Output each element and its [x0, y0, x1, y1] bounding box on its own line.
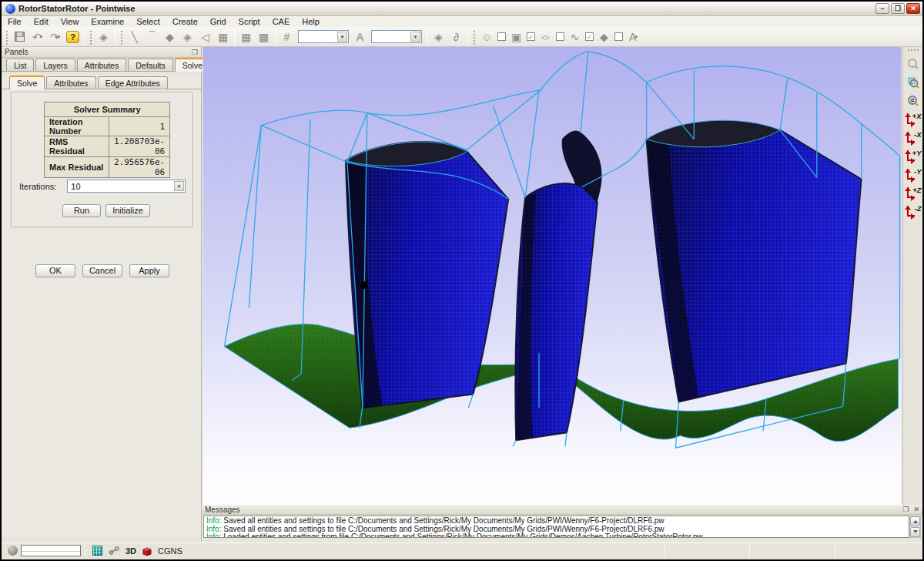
undo-icon[interactable]: ↶▾ [28, 29, 46, 45]
ok-button[interactable]: OK [35, 264, 75, 277]
derivative-icon[interactable]: ∂ [447, 29, 465, 45]
mask-checkbox[interactable] [497, 32, 506, 41]
save-icon[interactable] [11, 29, 28, 45]
solver-summary-table: Solver Summary Iteration Number 1 RMS Re… [44, 102, 170, 178]
messages-float-icon[interactable]: ❐ [902, 506, 909, 513]
menu-bar: File Edit View Examine Select Create Gri… [2, 16, 922, 27]
scroll-down-icon[interactable] [910, 527, 920, 537]
menu-create[interactable]: Create [166, 16, 204, 27]
block-display-checkbox[interactable]: ✓ [527, 32, 535, 41]
messages-title-bar: Messages ❐ ✕ [202, 505, 922, 515]
minimize-button[interactable]: – [875, 3, 889, 14]
cae-cube-icon [142, 546, 152, 556]
messages-log[interactable]: Info: Saved all entities and settings to… [203, 516, 909, 538]
combo-arrow-icon[interactable]: ▾ [337, 32, 347, 42]
dimension-count-icon[interactable]: # [278, 29, 296, 45]
toolbar-grip[interactable] [119, 29, 123, 45]
view-plus-x-button[interactable]: +X [905, 111, 922, 129]
toolbar-grip[interactable] [5, 29, 8, 45]
connector-display-checkbox[interactable]: ✓ [585, 32, 594, 41]
menu-help[interactable]: Help [296, 16, 326, 27]
help-icon[interactable]: ? [64, 29, 82, 45]
menu-edit[interactable]: Edit [28, 16, 55, 27]
connector-link-icon [109, 546, 120, 556]
log-line: Info: Loaded entities and settings from … [206, 533, 909, 538]
dimension-count-combo[interactable]: ▾ [298, 30, 349, 43]
toolbar-grip[interactable] [907, 49, 919, 52]
messages-scrollbar[interactable] [909, 516, 921, 538]
zoom-icon[interactable] [905, 55, 922, 72]
zoom-box-icon[interactable] [905, 74, 922, 91]
subtab-edge-attributes[interactable]: Edge Attributes [98, 76, 168, 89]
meshed-surface-icon[interactable]: ◈ [179, 29, 196, 45]
domain-display-checkbox[interactable] [556, 32, 564, 41]
view-plus-y-button[interactable]: +Y [905, 148, 922, 166]
main-toolbar: ↶▾ ↷▾ ? ◈ ╲ ⌒ ◆ ◈ ◁ ▦ ▦ ▩ # ▾ A ▾ ◈ ∂ ☺ … [2, 27, 922, 47]
messages-close-icon[interactable]: ✕ [913, 506, 919, 513]
grid-entity-icon [92, 546, 102, 556]
surface-icon[interactable]: ◆ [161, 29, 179, 45]
unstructured-grid-icon[interactable]: ▩ [255, 29, 273, 45]
two-point-curve-icon[interactable]: ╲ [126, 29, 143, 45]
project-icon[interactable]: ◈ [430, 29, 447, 45]
subtab-attributes[interactable]: Attributes [46, 76, 95, 89]
cae-solver-label: CGNS [158, 546, 182, 556]
tab-defaults[interactable]: Defaults [128, 59, 173, 71]
structured-grid-icon[interactable]: ▦ [237, 29, 255, 45]
messages-panel: Messages ❐ ✕ Info: Saved all entities an… [202, 505, 922, 539]
view-minus-y-button[interactable]: -Y [905, 166, 922, 184]
database-display-icon[interactable]: ◆ [595, 29, 613, 45]
3d-viewport[interactable] [202, 47, 902, 505]
restore-button[interactable]: ❐ [891, 3, 905, 14]
menu-view[interactable]: View [55, 16, 85, 27]
panels-float-icon[interactable]: ❐ [192, 49, 198, 56]
tab-layers[interactable]: Layers [35, 59, 75, 71]
selected-point [360, 281, 368, 289]
menu-grid[interactable]: Grid [204, 16, 233, 27]
tab-attributes[interactable]: Attributes [77, 59, 126, 71]
run-button[interactable]: Run [62, 204, 101, 217]
spacing-icon[interactable]: A [351, 29, 369, 45]
view-minus-x-button[interactable]: -X [905, 129, 922, 147]
menu-cae[interactable]: CAE [266, 16, 296, 27]
toolbar-grip[interactable] [89, 29, 92, 45]
mask-icon[interactable]: ☺ [478, 29, 496, 45]
tab-list[interactable]: List [6, 59, 34, 71]
combo-arrow-icon[interactable]: ▾ [410, 32, 420, 42]
view-toolbar: +X -X +Y -Y +Z -Z [902, 47, 922, 541]
apply-button[interactable]: Apply [129, 264, 169, 277]
draw-curve-icon[interactable]: ⌒ [143, 29, 161, 45]
window-title: RotorStatorRotor - Pointwise [18, 4, 136, 13]
close-button[interactable]: ✕ [906, 3, 920, 14]
cancel-button[interactable]: Cancel [82, 264, 122, 277]
database-display-checkbox[interactable] [614, 32, 623, 41]
zoom-reset-icon[interactable] [905, 92, 922, 109]
menu-file[interactable]: File [2, 16, 28, 27]
trim-surface-icon[interactable]: ◁ [196, 29, 214, 45]
app-window: RotorStatorRotor - Pointwise – ❐ ✕ File … [2, 2, 922, 559]
redo-icon[interactable]: ↷▾ [46, 29, 64, 45]
table-row: Iteration Number 1 [45, 117, 170, 136]
pointwise-logo-icon [5, 4, 15, 14]
panels-tab-bar: List Layers Attributes Defaults Solve [2, 58, 201, 72]
menu-select[interactable]: Select [130, 16, 166, 27]
domain-display-icon[interactable]: ◇ [537, 29, 554, 45]
subtab-solve[interactable]: Solve [9, 76, 45, 89]
toolbar-grip[interactable] [472, 29, 476, 45]
block-display-icon[interactable]: ▣ [507, 29, 525, 45]
menu-script[interactable]: Script [233, 16, 266, 27]
view-plus-z-button[interactable]: +Z [905, 185, 922, 203]
annotation-icon[interactable]: A▾ [624, 29, 642, 45]
spacing-combo[interactable]: ▾ [371, 30, 422, 43]
iterations-combo[interactable]: 10 ▾ [67, 180, 186, 193]
status-led-icon [8, 546, 18, 556]
solver-summary-title: Solver Summary [45, 102, 170, 117]
connector-display-icon[interactable]: ∿ [566, 29, 584, 45]
view-minus-z-button[interactable]: -Z [905, 203, 922, 221]
initialize-button[interactable]: Initialize [105, 204, 150, 217]
block-icon[interactable]: ▦ [214, 29, 232, 45]
menu-examine[interactable]: Examine [85, 16, 130, 27]
combo-arrow-icon[interactable]: ▾ [174, 181, 184, 191]
spin-tool-icon[interactable]: ◈ [95, 29, 112, 45]
scroll-up-icon[interactable] [910, 516, 920, 526]
